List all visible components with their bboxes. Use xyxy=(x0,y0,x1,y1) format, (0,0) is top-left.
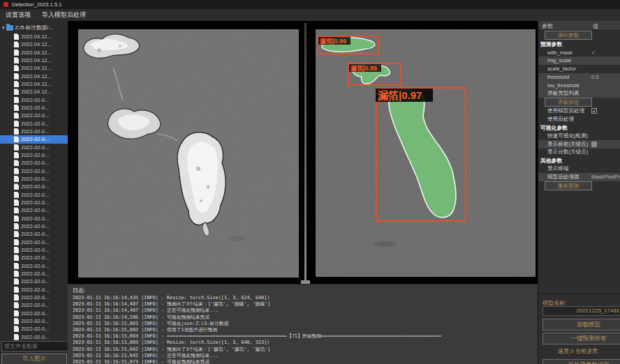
log-line: 2023-01-11 16:16:15,073 |INFO| - 可视化预测结果… xyxy=(73,359,533,364)
checkbox[interactable]: ✓ xyxy=(591,108,597,114)
checkbox[interactable] xyxy=(591,142,597,147)
tree-item[interactable]: 2022-02-0... xyxy=(0,96,68,104)
tree-item-label: 2022-02-0... xyxy=(21,247,49,253)
param-button[interactable]: 屏蔽按钮 xyxy=(545,98,592,107)
param-row[interactable]: threshold0.5 xyxy=(538,73,620,82)
param-value: 0.5 xyxy=(591,74,599,80)
tree-item[interactable]: 2022-02-0... xyxy=(0,270,68,278)
load-model-button[interactable]: 加载模型 xyxy=(542,319,620,331)
tree-item[interactable]: 2022-02-0... xyxy=(0,120,68,128)
param-row[interactable]: iou_threshold xyxy=(538,81,620,89)
param-row[interactable]: 显示标签(关键点) xyxy=(538,140,620,149)
import-images-button[interactable]: 导入图片 xyxy=(1,354,67,364)
tree-item[interactable]: 2022-02-0... xyxy=(0,262,68,270)
panel-splitter[interactable] xyxy=(304,23,307,284)
param-button[interactable]: 保存参数 xyxy=(545,31,592,40)
tree-item[interactable]: 2022-02-0... xyxy=(0,286,68,294)
tree-item[interactable]: 2022-02-0... xyxy=(0,151,68,159)
tree-item[interactable]: 2022-02-0... xyxy=(0,238,68,246)
menu-item-import-postprocess[interactable]: 导入模型后处理 xyxy=(36,9,91,21)
param-row[interactable]: 模型后处理器MaskPostPro xyxy=(538,173,620,181)
param-row[interactable]: scale_factor xyxy=(538,65,620,73)
tree-item[interactable]: 2022.04.12... xyxy=(0,64,68,72)
window-title: Detection_2023.1.5.1 xyxy=(12,1,61,8)
tree-item[interactable]: 2022-02-0... xyxy=(0,317,68,325)
tree-item[interactable]: 2022-02-0... xyxy=(0,183,68,190)
file-icon xyxy=(14,183,19,190)
param-row[interactable]: with_mask✓ xyxy=(538,48,620,56)
tree-item[interactable]: 2022-02-0... xyxy=(0,159,68,167)
file-icon xyxy=(14,263,19,269)
menu-item-settings[interactable]: 设置选项 xyxy=(0,9,36,21)
tree-root-folder[interactable]: ▾ Z:/5-标注数据/... xyxy=(0,23,68,33)
model-name-field[interactable]: 20221225_174813 xyxy=(542,306,620,316)
log-line: 2023-01-11 16:16:15,042 |INFO| - 正在可视化预测… xyxy=(73,353,533,359)
tree-item-label: 2022-02-0... xyxy=(21,271,49,277)
tree-item[interactable]: 2022.04.12... xyxy=(0,40,68,48)
tree-item[interactable]: 2022-02-0... xyxy=(0,112,68,119)
log-line: 2023-01-11 16:16:14,487 |INFO| - 正在可视化预测… xyxy=(73,308,533,314)
param-label: with_mask xyxy=(538,50,573,56)
app-window: { "window": { "title": "Detection_2023.1… xyxy=(0,0,620,364)
file-icon xyxy=(14,50,19,56)
file-icon xyxy=(14,176,19,182)
param-label: 显示分数(关键点) xyxy=(538,149,588,156)
tree-item[interactable]: 2022.04.12... xyxy=(0,80,68,88)
tree-item[interactable]: 2022-02-0... xyxy=(0,309,68,317)
postprocess-settings-button[interactable]: 后处理参数设置 xyxy=(542,359,620,364)
tree-item[interactable]: 2022-02-0... xyxy=(0,278,68,285)
log-line: 2023-01-11 16:16:15,003 |INFO| - =======… xyxy=(73,333,533,340)
tree-item-label: 2022-02-0... xyxy=(21,199,49,206)
tree-item[interactable]: 2022-02-0... xyxy=(0,325,68,333)
tree-item[interactable]: 2022-02-0... xyxy=(0,191,68,199)
tree-item-label: 2022-02-0... xyxy=(21,215,49,222)
param-row[interactable]: 显示分数(关键点) xyxy=(538,149,620,157)
tree-item[interactable]: 2022-02-0... xyxy=(0,206,68,214)
detection-label-1: 漏箔|0.99 xyxy=(319,38,346,45)
param-label: scale_factor xyxy=(538,66,576,72)
tree-item[interactable]: 2022-02-0... xyxy=(0,135,68,143)
param-row[interactable]: 显示终端 xyxy=(538,165,620,173)
predict-all-button[interactable]: 一键预测所有 xyxy=(542,333,620,344)
tree-item[interactable]: 2022-02-0... xyxy=(0,144,68,151)
tree-item[interactable]: 2022-02-0... xyxy=(0,222,68,230)
tree-item-label: 2022.04.12... xyxy=(21,65,52,71)
tree-item[interactable]: 2022-02-0... xyxy=(0,254,68,261)
tree-item[interactable]: 2022.04.12... xyxy=(0,73,68,80)
tree-item[interactable]: 2022-02-0... xyxy=(0,246,68,254)
param-row[interactable]: 使用后处理 xyxy=(538,115,620,123)
tree-item[interactable]: 2022-02-0... xyxy=(0,128,68,135)
tree-item[interactable]: 2022-02-0... xyxy=(0,230,68,238)
tree-item[interactable]: 2022-02-0... xyxy=(0,301,68,309)
param-row[interactable]: 快速可视化(检测) xyxy=(538,132,620,140)
tree-item[interactable]: 2022.04.12... xyxy=(0,88,68,96)
tree-item[interactable]: 2022-02-0... xyxy=(0,215,68,222)
tree-item[interactable]: 2022-02-0... xyxy=(0,167,68,175)
prediction-image-canvas[interactable]: 漏箔|0.99 漏箔|0.89 漏箔|0.97 xyxy=(316,29,536,277)
tree-item-label: 2022.04.12... xyxy=(21,81,52,87)
tree-item[interactable]: 2022.04.12... xyxy=(0,56,68,64)
param-row[interactable]: 屏蔽类型列表 xyxy=(538,89,620,98)
log-line: 2023-01-11 16:16:14,435 |INFO| - Resize:… xyxy=(73,295,533,301)
tree-item-label: 2022.04.12... xyxy=(21,89,52,95)
tree-item[interactable]: 2022-02-0... xyxy=(0,333,68,340)
tree-item[interactable]: 2022.04.12... xyxy=(0,33,68,40)
tree-item[interactable]: 2022-02-0... xyxy=(0,294,68,301)
folder-icon xyxy=(6,25,13,31)
file-icon xyxy=(14,199,19,206)
tree-item-label: 2022-02-0... xyxy=(21,207,49,213)
param-row[interactable]: 使用模型后处理✓ xyxy=(538,107,620,116)
file-icon xyxy=(14,215,19,222)
tree-item[interactable]: 2022-02-0... xyxy=(0,175,68,183)
original-image-canvas[interactable] xyxy=(78,29,299,278)
param-label: 显示标签(关键点) xyxy=(538,141,588,148)
tree-item-label: 2022-02-0... xyxy=(21,121,49,127)
repredict-button[interactable]: 重新预测 xyxy=(545,181,592,190)
tree-item[interactable]: 2022-02-0... xyxy=(0,199,68,206)
search-input[interactable] xyxy=(1,341,68,351)
tree-item[interactable]: 2022-02-0... xyxy=(0,104,68,112)
tree-item[interactable]: 2022.04.12... xyxy=(0,49,68,56)
param-row[interactable]: img_scale xyxy=(538,56,620,65)
param-value: ✓ xyxy=(591,50,596,56)
file-tree-list: 2022.04.12...2022.04.12...2022.04.12...2… xyxy=(0,33,68,341)
